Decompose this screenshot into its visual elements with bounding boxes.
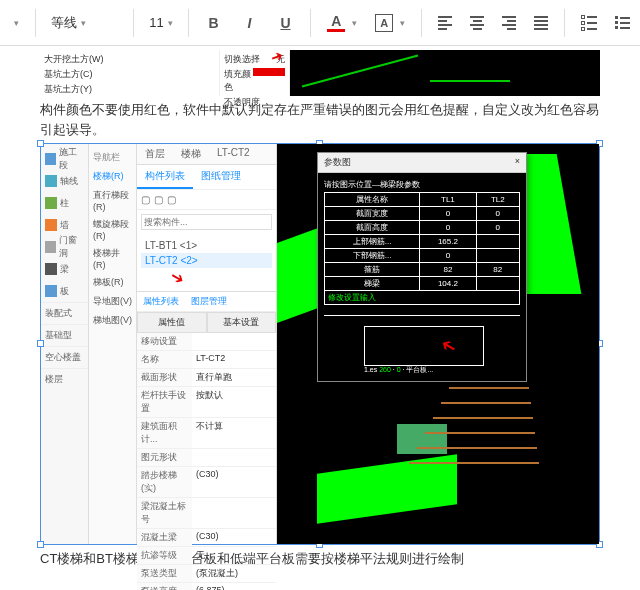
paragraph-1[interactable]: 构件颜色不要使用红色，软件中默认判定存在严重错误的图元会用红色提醒，自定义改为红… <box>0 98 640 141</box>
prop-row[interactable]: 踏步楼梯(实)(C30) <box>137 467 276 498</box>
tab-component-list[interactable]: 构件列表 <box>137 165 193 189</box>
side-item[interactable]: 墙 <box>41 214 88 236</box>
underline-button[interactable]: U <box>270 10 300 36</box>
nav-item[interactable]: 楼梯(R) <box>89 167 136 186</box>
prop-value[interactable] <box>192 449 276 466</box>
crumb[interactable]: 首层 <box>137 144 173 164</box>
img1-left-panel: 大开挖土方(W) 基坑土方(C) 基坑土方(Y) <box>40 50 220 96</box>
prop-value[interactable] <box>192 498 276 528</box>
image-2-selection-frame: 施工段 轴线 柱 墙 门窗洞 梁 板 装配式 基础型 空心楼盖 楼层 导航栏 楼… <box>40 143 600 545</box>
category-icon <box>45 263 57 275</box>
prop-key: 建筑面积计... <box>137 418 192 448</box>
tool-icon[interactable]: ▢ <box>141 194 150 205</box>
prop-value[interactable]: (C30) <box>192 529 276 546</box>
category-icon <box>45 197 57 209</box>
align-left-button[interactable] <box>432 12 458 34</box>
prop-value[interactable]: 直行单跑 <box>192 369 276 386</box>
prop-key: 移动设置 <box>137 333 192 350</box>
bullet-list-button[interactable] <box>609 12 636 33</box>
category-icon <box>45 175 57 187</box>
category-icon <box>45 219 57 231</box>
breadcrumb-tabs: 首层 楼梯 LT-CT2 <box>137 144 276 165</box>
crumb[interactable]: 楼梯 <box>173 144 209 164</box>
highlight-button[interactable]: A▾ <box>369 10 411 36</box>
side-group[interactable]: 楼层 <box>41 368 88 390</box>
prop-row[interactable]: 混凝土梁(C30) <box>137 529 276 547</box>
search-box <box>137 210 276 234</box>
prop-row[interactable]: 抗渗等级无 <box>137 547 276 565</box>
prop-btn[interactable]: 属性值 <box>137 312 207 333</box>
tool-icon[interactable]: ▢ <box>167 194 176 205</box>
prop-value[interactable]: 不计算 <box>192 418 276 448</box>
prop-row[interactable]: 梁混凝土标号 <box>137 498 276 529</box>
prop-value[interactable]: 按默认 <box>192 387 276 417</box>
prop-key: 梁混凝土标号 <box>137 498 192 528</box>
close-icon[interactable]: × <box>515 156 520 169</box>
crumb[interactable]: LT-CT2 <box>209 144 258 164</box>
italic-button[interactable]: I <box>234 10 264 36</box>
format-toolbar: ▾ 等线▾ 11▾ B I U A▾ A▾ <box>0 0 640 46</box>
category-icon <box>45 153 56 165</box>
mid-toolbar: ▢ ▢ ▢ <box>137 190 276 210</box>
nav-item[interactable]: 导地图(V) <box>89 292 136 311</box>
category-icon <box>45 241 56 253</box>
prop-row[interactable]: 栏杆扶手设置按默认 <box>137 387 276 418</box>
tab-layers[interactable]: 图层管理 <box>185 292 233 311</box>
side-item[interactable]: 施工段 <box>41 148 88 170</box>
nav-item[interactable]: 螺旋梯段(R) <box>89 215 136 244</box>
tool-icon[interactable]: ▢ <box>154 194 163 205</box>
prop-row[interactable]: 截面形状直行单跑 <box>137 369 276 387</box>
prop-value[interactable]: 无 <box>192 547 276 564</box>
font-color-button[interactable]: A▾ <box>321 10 363 36</box>
nav-item[interactable]: 直行梯段(R) <box>89 186 136 215</box>
align-justify-button[interactable] <box>528 12 554 34</box>
font-family-select[interactable]: 等线▾ <box>46 11 123 35</box>
nav-item[interactable]: 梯地图(V) <box>89 311 136 330</box>
tab-drawing-mgmt[interactable]: 图纸管理 <box>193 165 249 189</box>
prop-row[interactable]: 移动设置 <box>137 333 276 351</box>
side-item[interactable]: 门窗洞 <box>41 236 88 258</box>
3d-viewport[interactable]: 参数图 × 请按图示位置—梯梁段参数 属性名称TL1TL2 截面宽度00 截面高… <box>277 144 599 544</box>
prop-key: 栏杆扶手设置 <box>137 387 192 417</box>
nav-item[interactable]: 梯板(R) <box>89 273 136 292</box>
side-item[interactable]: 板 <box>41 280 88 302</box>
style-dropdown[interactable]: ▾ <box>4 14 25 32</box>
bold-button[interactable]: B <box>198 10 228 36</box>
prop-row[interactable]: 图元形状 <box>137 449 276 467</box>
align-right-button[interactable] <box>496 12 522 34</box>
resize-handle[interactable] <box>37 541 44 548</box>
prop-row[interactable]: 建筑面积计...不计算 <box>137 418 276 449</box>
font-size-select[interactable]: 11▾ <box>144 12 177 33</box>
prop-row[interactable]: 名称LT-CT2 <box>137 351 276 369</box>
side-group[interactable]: 基础型 <box>41 324 88 346</box>
tab-properties[interactable]: 属性列表 <box>137 292 185 311</box>
list-item-selected[interactable]: LT-CT2 <2> <box>141 253 272 268</box>
prop-key: 踏步楼梯(实) <box>137 467 192 497</box>
list-item[interactable]: LT-BT1 <1> <box>141 238 272 253</box>
prop-value[interactable]: (泵混凝土) <box>192 565 276 582</box>
image-1-block[interactable]: 大开挖土方(W) 基坑土方(C) 基坑土方(Y) ➔ 切换选择无 填充颜色 不透… <box>40 50 600 96</box>
prop-value[interactable]: (C30) <box>192 467 276 497</box>
search-input[interactable] <box>141 214 272 230</box>
side-group[interactable]: 空心楼盖 <box>41 346 88 368</box>
prop-btn[interactable]: 基本设置 <box>207 312 277 333</box>
paragraph-2[interactable]: CT楼梯和BT楼梯的高端平台板和低端平台板需要按楼梯平法规则进行绘制 <box>0 547 640 571</box>
image-2-block[interactable]: 施工段 轴线 柱 墙 门窗洞 梁 板 装配式 基础型 空心楼盖 楼层 导航栏 楼… <box>40 143 600 545</box>
red-color-swatch <box>253 68 285 76</box>
resize-handle[interactable] <box>37 140 44 147</box>
side-item[interactable]: 梁 <box>41 258 88 280</box>
prop-value[interactable] <box>192 333 276 350</box>
prop-row[interactable]: 泵送高度(m)(6.875) <box>137 583 276 590</box>
category-sidebar: 施工段 轴线 柱 墙 门窗洞 梁 板 装配式 基础型 空心楼盖 楼层 <box>41 144 89 544</box>
nav-item[interactable]: 楼梯井(R) <box>89 244 136 273</box>
prop-value[interactable]: (6.875) <box>192 583 276 590</box>
numbered-list-button[interactable] <box>575 11 603 35</box>
prop-row[interactable]: 泵送类型(泵混凝土) <box>137 565 276 583</box>
side-item[interactable]: 轴线 <box>41 170 88 192</box>
prop-value[interactable]: LT-CT2 <box>192 351 276 368</box>
side-group[interactable]: 装配式 <box>41 302 88 324</box>
side-item[interactable]: 柱 <box>41 192 88 214</box>
green-link[interactable]: 修改设置输入 <box>325 291 520 305</box>
align-center-button[interactable] <box>464 12 490 34</box>
resize-handle[interactable] <box>37 340 44 347</box>
